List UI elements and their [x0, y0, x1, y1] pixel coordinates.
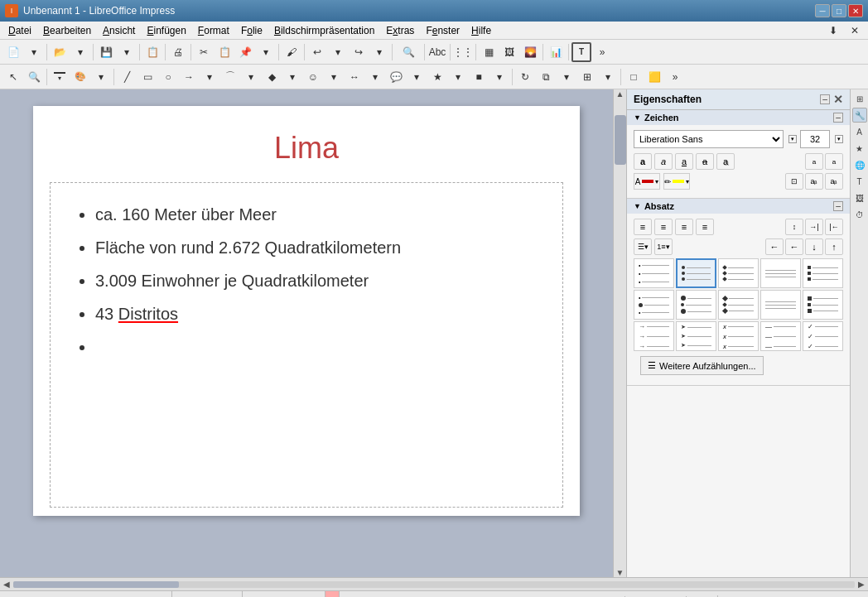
absatz-minimize[interactable]: ─	[833, 201, 843, 211]
star-btn[interactable]: ★	[427, 67, 447, 87]
bullet-square-med[interactable]	[803, 290, 843, 320]
shapes-btn[interactable]: ◆	[262, 67, 282, 87]
slide-content[interactable]: ca. 160 Meter über Meer Fläche von rund …	[50, 182, 563, 508]
font-color-button[interactable]: A ▾	[634, 173, 660, 190]
close-bar-icon[interactable]: ✕	[845, 21, 865, 41]
arrange-btn[interactable]: ⧉	[536, 67, 556, 87]
arrow-dropdown[interactable]: ▾	[200, 67, 219, 87]
curve-tool[interactable]: ⌒	[220, 67, 240, 87]
bullet-dot-med-1[interactable]: • •	[634, 290, 674, 320]
new-button[interactable]: 📄	[3, 42, 23, 62]
indent-more-button[interactable]: →|	[805, 219, 823, 235]
lang-btn[interactable]: aᵦ	[825, 173, 843, 190]
align-left-button[interactable]: ≡	[634, 219, 652, 235]
fill-dropdown[interactable]: ▾	[91, 67, 111, 87]
menu-einfuegen[interactable]: Einfügen	[142, 23, 190, 38]
bullet-empty-med[interactable]	[760, 290, 801, 320]
menu-format[interactable]: Format	[193, 23, 234, 38]
clone-button[interactable]: 🖌	[282, 42, 301, 62]
bullet-check[interactable]: ✓ ✓ ✓	[803, 321, 843, 351]
strikethrough-button[interactable]: a	[696, 153, 714, 170]
rotate-btn[interactable]: ↻	[515, 67, 535, 87]
copy-button[interactable]: 📋	[215, 42, 234, 62]
spacing-btn[interactable]: ⊡	[785, 173, 803, 190]
gallery-button[interactable]: 🌄	[520, 42, 540, 62]
ellipse-tool[interactable]: ○	[158, 67, 178, 87]
emoji-btn[interactable]: ☺	[303, 67, 323, 87]
arrow-tool[interactable]: →	[179, 67, 199, 87]
titlebar-controls[interactable]: ─ □ ✕	[815, 4, 863, 17]
shadow-btn[interactable]: □	[624, 67, 644, 87]
menu-bildschirm[interactable]: Bildschirmpräsentation	[269, 23, 379, 38]
sidebar-toggle[interactable]: ⊞	[852, 91, 867, 106]
hscroll-track[interactable]	[13, 581, 855, 588]
panel-close-button[interactable]: ✕	[833, 93, 843, 106]
sidebar-functions[interactable]: T	[852, 174, 867, 189]
panel-minimize-button[interactable]: ─	[820, 94, 830, 104]
pdf-button[interactable]: 📋	[142, 42, 162, 62]
list-button[interactable]: ☰▾	[634, 238, 652, 255]
bullet-arrow-2[interactable]: ➤ ➤ ➤	[676, 321, 716, 351]
print-button[interactable]: 🖨	[168, 42, 188, 62]
subscript-button[interactable]: a	[825, 153, 843, 170]
sidebar-navigator[interactable]: 🌐	[852, 157, 867, 172]
fill-color-btn[interactable]: 🎨	[70, 67, 90, 87]
paste-dropdown[interactable]: ▾	[256, 42, 276, 62]
callout-dropdown[interactable]: ▾	[407, 67, 427, 87]
align-right-button[interactable]: ≡	[675, 219, 693, 235]
insert-image-button[interactable]: 🖼	[499, 42, 519, 62]
vertical-scrollbar[interactable]: ▲ ▼	[613, 89, 626, 577]
chart-button[interactable]: 📊	[546, 42, 566, 62]
text-box-button[interactable]: T	[571, 42, 591, 62]
arrange-dropdown[interactable]: ▾	[557, 67, 576, 87]
curve-dropdown[interactable]: ▾	[241, 67, 261, 87]
italic-button[interactable]: a	[654, 153, 673, 170]
align-dropdown[interactable]: ▾	[598, 67, 618, 87]
minimize-button[interactable]: ─	[815, 4, 830, 17]
zoom-tool[interactable]: 🔍	[24, 67, 44, 87]
indent-less-button[interactable]: |←	[825, 219, 843, 235]
insert-table-button[interactable]: ▦	[479, 42, 499, 62]
table-button[interactable]: ⋮⋮	[453, 42, 473, 62]
scroll-up-button[interactable]: ▲	[616, 89, 624, 99]
bullet-empty[interactable]	[760, 258, 801, 288]
zeichen-header[interactable]: ▼ Zeichen ─	[627, 110, 850, 125]
callout-btn[interactable]: 💬	[386, 67, 406, 87]
line-color-btn[interactable]: ▾	[50, 67, 70, 87]
fill-btn2[interactable]: 🟨	[644, 67, 664, 87]
sidebar-design[interactable]: 🖼	[852, 190, 867, 205]
shapes-dropdown[interactable]: ▾	[282, 67, 302, 87]
arrow-up-indent[interactable]: ↑	[825, 238, 843, 255]
menu-datei[interactable]: Datei	[3, 23, 36, 38]
bullet-dot-med-2[interactable]	[676, 290, 716, 320]
menu-folie[interactable]: Folie	[236, 23, 268, 38]
emoji-dropdown[interactable]: ▾	[324, 67, 344, 87]
arrow-left-indent[interactable]: ←	[765, 238, 784, 255]
zeichen-minimize[interactable]: ─	[833, 113, 843, 123]
open-dropdown[interactable]: ▾	[70, 42, 90, 62]
new-dropdown[interactable]: ▾	[24, 42, 44, 62]
find-button[interactable]: 🔍	[395, 42, 422, 62]
highlight-dropdown[interactable]: ▾	[686, 178, 689, 185]
error-indicator[interactable]: *	[326, 591, 340, 597]
hscroll-thumb[interactable]	[13, 581, 179, 588]
horizontal-scrollbar[interactable]: ◀ ▶	[0, 577, 868, 590]
save-button[interactable]: 💾	[96, 42, 116, 62]
sidebar-gallery[interactable]: ★	[852, 141, 867, 156]
line-tool[interactable]: ╱	[117, 67, 137, 87]
shadow-text-button[interactable]: a	[716, 153, 735, 170]
3d-dropdown[interactable]: ▾	[489, 67, 509, 87]
font-name-select[interactable]: Liberation Sans	[634, 130, 784, 148]
font-expand-button[interactable]: ▾	[788, 135, 797, 143]
bullet-diamond[interactable]	[718, 258, 759, 288]
star-dropdown[interactable]: ▾	[448, 67, 468, 87]
select-tool[interactable]: ↖	[3, 67, 23, 87]
slide-area[interactable]: Lima ca. 160 Meter über Meer Fläche von …	[0, 89, 613, 577]
scroll-right-button[interactable]: ▶	[858, 580, 865, 589]
align-btn[interactable]: ⊞	[577, 67, 597, 87]
zoom-in-button[interactable]: +	[817, 591, 837, 598]
bullet-arrow-1[interactable]: → → →	[634, 321, 674, 351]
3d-btn[interactable]: ■	[469, 67, 489, 87]
zoom-out-button[interactable]: ─	[725, 591, 745, 598]
menu-extras[interactable]: Extras	[381, 23, 419, 38]
